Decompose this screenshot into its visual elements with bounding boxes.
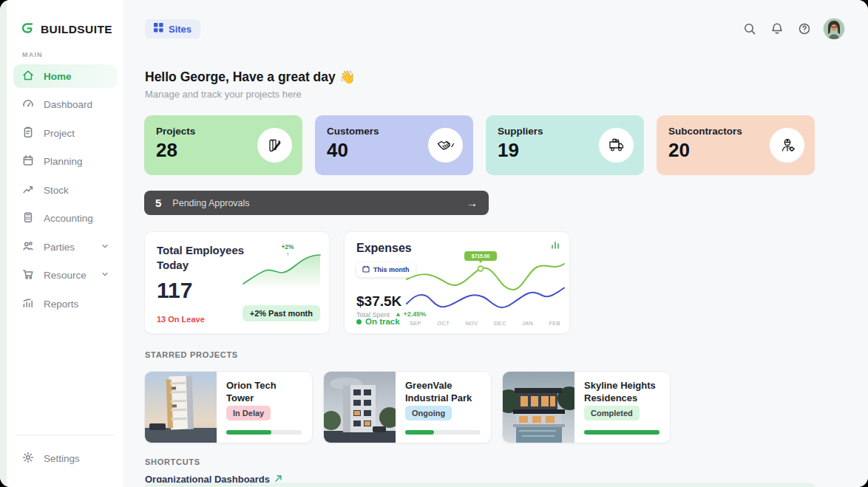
avatar[interactable] (824, 18, 844, 39)
expenses-status: On track (356, 317, 400, 326)
project-progress-fill (405, 430, 434, 435)
expenses-total: $37.5K (356, 293, 401, 310)
stat-card-customers[interactable]: Customers 40 (315, 115, 473, 175)
sidebar-item-label: Dashboard (44, 99, 92, 110)
sidebar-item-label: Reports (44, 299, 78, 310)
gear-icon (21, 451, 35, 466)
brand-name: BUILDSUITE (41, 23, 112, 36)
pending-label: Pending Approvals (172, 198, 249, 208)
stat-cards-row: Projects 28 Customers 40 Suppliers 19 (144, 115, 815, 175)
expenses-card: Expenses This month $37.5K Total Spent ▲… (344, 231, 570, 334)
sites-button-label: Sites (169, 24, 191, 35)
sidebar-item-project[interactable]: Project (13, 121, 118, 145)
employees-on-leave: 13 On Leave (157, 315, 205, 324)
brand-logo[interactable]: BUILDSUITE (21, 21, 112, 38)
sidebar-item-label: Project (44, 128, 75, 139)
project-card-greenvale[interactable]: GreenVale Industrial Park Ongoing (323, 371, 492, 443)
bell-icon[interactable] (769, 21, 785, 37)
project-name: Skyline Heights Residences (584, 380, 662, 405)
sidebar-item-label: Stock (44, 185, 69, 196)
sidebar-item-label: Parties (44, 242, 75, 253)
window: BUILDSUITE MAIN Home Dashboard Project P… (0, 0, 868, 487)
help-icon[interactable] (796, 21, 813, 37)
sidebar-item-label: Home (44, 71, 72, 82)
stat-card-subcontractors[interactable]: Subcontractors 20 (657, 115, 815, 175)
sidebar-menu: Home Dashboard Project Planning Stock Ac… (13, 64, 118, 321)
sidebar-item-resource[interactable]: Resource (13, 264, 118, 287)
sites-grid-icon (154, 23, 163, 35)
accounting-icon (21, 211, 35, 226)
starred-projects-row: Orion Tech Tower In Delay GreenVale Indu… (144, 371, 671, 443)
project-progress-fill (584, 430, 660, 435)
employees-sparkline-chart: +2% ↑ (240, 241, 323, 294)
worker-icon (770, 128, 804, 163)
project-card-orion[interactable]: Orion Tech Tower In Delay (144, 371, 313, 443)
sidebar-item-label: Settings (44, 453, 80, 464)
chart-x-axis: SEP OCT NOV DEC JAN FEB (410, 320, 560, 327)
greeting-text: Hello George, Have a great day (145, 69, 336, 84)
sidebar: BUILDSUITE MAIN Home Dashboard Project P… (7, 0, 124, 487)
stat-card-suppliers[interactable]: Suppliers 19 (486, 115, 644, 175)
starred-projects-heading: STARRED PROJECTS (145, 350, 238, 359)
project-status-badge: Ongoing (405, 406, 452, 420)
window-edge-strip (0, 0, 7, 487)
wave-emoji: 👋 (339, 69, 356, 84)
sidebar-item-parties[interactable]: Parties (13, 235, 118, 259)
calendar-icon (362, 265, 370, 274)
sidebar-item-settings[interactable]: Settings (13, 446, 118, 470)
sites-button[interactable]: Sites (145, 19, 200, 38)
planning-icon (21, 154, 35, 169)
sidebar-item-label: Planning (44, 156, 83, 167)
sidebar-item-dashboard[interactable]: Dashboard (13, 93, 118, 117)
status-label: On track (365, 317, 400, 326)
sidebar-item-home[interactable]: Home (13, 64, 118, 88)
arrow-right-icon[interactable]: → (467, 197, 478, 209)
project-progress-fill (226, 430, 271, 435)
x-tick: OCT (437, 320, 450, 327)
search-icon[interactable] (742, 21, 758, 37)
sidebar-item-accounting[interactable]: Accounting (13, 207, 118, 231)
pending-approvals-banner[interactable]: 5 Pending Approvals → (144, 191, 489, 215)
pending-count: 5 (155, 197, 161, 209)
project-progress (405, 430, 481, 435)
parties-icon (21, 239, 35, 255)
blueprint-icon (257, 128, 292, 163)
sidebar-item-stock[interactable]: Stock (13, 178, 118, 202)
chart-tooltip: $715.00 (472, 253, 490, 259)
main-content: Sites Hello George, Have a great day 👋 M… (123, 0, 868, 487)
spark-arrow-up-icon: ↑ (286, 251, 289, 258)
chevron-down-icon (101, 270, 109, 281)
x-tick: FEB (549, 320, 560, 327)
page-subtitle: Manage and track your projects here (145, 89, 302, 100)
status-dot (356, 319, 362, 324)
spark-label: +2% (281, 243, 294, 251)
sidebar-item-planning[interactable]: Planning (13, 150, 118, 174)
dashboard-icon (21, 97, 35, 112)
project-status-badge: Completed (584, 406, 640, 420)
shortcuts-heading: SHORTCUTS (145, 457, 200, 466)
project-progress (584, 430, 660, 435)
project-card-skyline[interactable]: Skyline Heights Residences Completed (502, 371, 671, 443)
sidebar-section-label: MAIN (22, 51, 43, 58)
employees-card: Total Employees Today 117 13 On Leave +2… (144, 231, 330, 334)
project-icon (21, 126, 35, 141)
period-label: This month (373, 266, 410, 273)
project-status-badge: In Delay (226, 406, 271, 420)
shortcut-card[interactable] (144, 483, 816, 487)
sidebar-item-reports[interactable]: Reports (13, 292, 118, 316)
topbar-actions (742, 18, 844, 39)
resource-icon (21, 268, 35, 283)
app-window: BUILDSUITE MAIN Home Dashboard Project P… (0, 0, 868, 487)
x-tick: JAN (522, 320, 533, 327)
sidebar-item-label: Resource (44, 270, 87, 281)
employees-title: Total Employees Today (157, 243, 253, 273)
project-name: GreenVale Industrial Park (405, 380, 484, 405)
chevron-down-icon (101, 242, 109, 253)
buildsuite-logo-icon (21, 21, 35, 38)
project-thumbnail (503, 372, 574, 443)
truck-icon (599, 128, 634, 163)
stat-card-projects[interactable]: Projects 28 (144, 115, 302, 175)
sidebar-item-label: Accounting (44, 213, 93, 224)
handshake-icon (428, 128, 463, 163)
home-icon (21, 69, 35, 84)
